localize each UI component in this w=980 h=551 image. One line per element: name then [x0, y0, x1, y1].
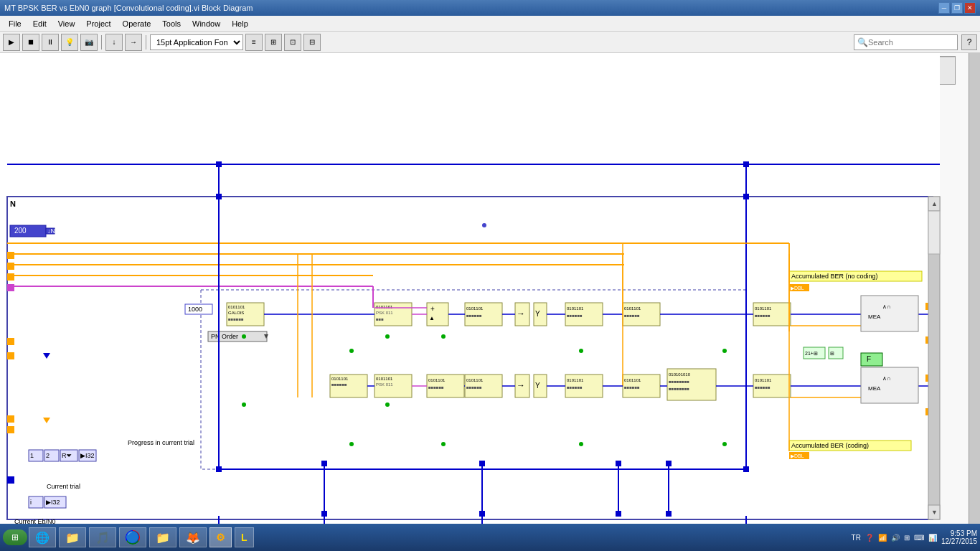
svg-text:0101101: 0101101: [624, 378, 641, 382]
toolbar-pause[interactable]: ⏸: [42, 34, 59, 51]
svg-text:0101101: 0101101: [567, 306, 584, 311]
menu-view[interactable]: View: [52, 18, 81, 29]
toolbar-bulb[interactable]: 💡: [61, 34, 78, 51]
taskbar-right: TR ❓ 📶 🔊 ⊞ ⌨ 📊 9:53 PM 12/27/2015: [852, 529, 977, 545]
svg-rect-130: [216, 466, 222, 472]
labview-icon: ⚙: [216, 532, 225, 543]
signal-icon: 📊: [928, 534, 937, 542]
toolbar-stop[interactable]: ⏹: [22, 34, 39, 51]
taskbar-explorer[interactable]: 📁: [149, 527, 176, 547]
svg-rect-132: [321, 461, 327, 466]
title-text: MT BPSK BER vs EbN0 graph [Convolutional…: [4, 4, 253, 12]
svg-text:■■■■■■: ■■■■■■: [624, 385, 640, 390]
taskbar: ⊞ 🌐 📁 🎵 🔵 📁 🦊 ⚙ L TR ❓ 📶 🔊 ⊞ ⌨ 📊 9:53 PM…: [0, 524, 980, 551]
svg-rect-148: [7, 338, 14, 345]
svg-point-107: [482, 223, 486, 227]
svg-text:Accumulated BER (no coding): Accumulated BER (no coding): [791, 273, 878, 280]
menu-project[interactable]: Project: [80, 18, 116, 29]
svg-point-112: [722, 442, 727, 446]
menu-help[interactable]: Help: [226, 18, 254, 29]
svg-text:i: i: [30, 499, 32, 506]
svg-rect-128: [216, 194, 222, 199]
svg-point-115: [385, 402, 390, 407]
svg-text:21+⊞: 21+⊞: [805, 351, 818, 356]
start-icon: ⊞: [11, 532, 19, 542]
svg-text:PSK 011: PSK 011: [376, 311, 393, 315]
menu-window[interactable]: Window: [187, 18, 226, 29]
svg-point-103: [242, 334, 246, 339]
svg-text:▶I32: ▶I32: [80, 452, 95, 459]
taskbar-ie[interactable]: 🌐: [29, 527, 56, 547]
toolbar-resize[interactable]: ⊡: [284, 34, 301, 51]
diagram-canvas[interactable]: BER VS EbN0 [BPSK] N: [0, 53, 969, 524]
restore-button[interactable]: ❐: [951, 2, 963, 14]
font-selector[interactable]: 15pt Application Font: [150, 34, 243, 50]
windows-icon: ⊞: [904, 534, 910, 542]
svg-text:0101101: 0101101: [466, 306, 484, 311]
svg-text:Y: Y: [535, 310, 540, 318]
svg-text:2: 2: [46, 452, 50, 459]
svg-text:↓N: ↓N: [47, 227, 55, 235]
toolbar: ▶ ⏹ ⏸ 💡 📷 ↓ → 15pt Application Font ≡ ⊞ …: [0, 32, 980, 53]
svg-rect-150: [7, 415, 14, 423]
taskbar-labview[interactable]: ⚙: [209, 527, 232, 547]
toolbar-step-into[interactable]: ↓: [105, 34, 123, 51]
svg-text:200: 200: [14, 227, 27, 235]
toolbar-distribute[interactable]: ⊞: [265, 34, 282, 51]
svg-text:0101101: 0101101: [755, 378, 772, 382]
vertical-scrollbar[interactable]: [969, 53, 980, 524]
taskbar-media[interactable]: 🎵: [89, 527, 116, 547]
svg-text:■■■■■■: ■■■■■■: [755, 385, 771, 390]
media-icon: 🎵: [95, 531, 110, 545]
menu-edit[interactable]: Edit: [27, 18, 52, 29]
svg-rect-149: [7, 352, 14, 359]
toolbar-align[interactable]: ≡: [245, 34, 263, 51]
svg-rect-146: [7, 273, 14, 281]
clock[interactable]: 9:53 PM 12/27/2015: [941, 529, 977, 545]
toolbar-camera[interactable]: 📷: [80, 34, 98, 51]
chrome-icon: 🔵: [126, 530, 140, 545]
svg-text:∧∩: ∧∩: [882, 375, 891, 382]
menu-bar: File Edit View Project Operate Tools Win…: [0, 16, 980, 32]
search-input[interactable]: [868, 38, 954, 47]
svg-text:F: F: [867, 355, 871, 363]
toolbar-sep1: [101, 35, 102, 50]
svg-text:0101101: 0101101: [376, 377, 393, 381]
minimize-button[interactable]: ─: [938, 2, 950, 14]
svg-text:■■■■■■■■: ■■■■■■■■: [669, 380, 689, 384]
taskbar-folder[interactable]: 📁: [59, 527, 86, 547]
help-icon[interactable]: ❓: [865, 534, 874, 542]
svg-text:Current trial: Current trial: [47, 483, 80, 490]
svg-text:▲: ▲: [931, 200, 938, 207]
svg-text:+: +: [430, 305, 435, 313]
svg-rect-152: [7, 476, 14, 484]
toolbar-reorder[interactable]: ⊟: [303, 34, 321, 51]
taskbar-chrome[interactable]: 🔵: [119, 527, 146, 547]
menu-tools[interactable]: Tools: [156, 18, 187, 29]
svg-point-110: [441, 442, 446, 446]
svg-rect-144: [7, 252, 14, 259]
main-area: BER VS EbN0 [BPSK] N: [0, 53, 980, 524]
menu-operate[interactable]: Operate: [117, 18, 157, 29]
toolbar-step-over[interactable]: →: [125, 34, 142, 51]
svg-point-111: [579, 349, 583, 353]
svg-rect-190: [861, 353, 882, 366]
svg-rect-201: [928, 211, 940, 254]
taskbar-firefox[interactable]: 🦊: [179, 527, 207, 547]
svg-point-108: [579, 442, 583, 446]
svg-text:■■■■■■: ■■■■■■: [567, 385, 583, 390]
help-button[interactable]: ?: [961, 34, 977, 50]
svg-text:▶DBL: ▶DBL: [791, 286, 804, 291]
toolbar-run[interactable]: ▶: [3, 34, 20, 51]
svg-text:■■■■■■: ■■■■■■: [228, 317, 244, 321]
firefox-icon: 🦊: [186, 531, 200, 545]
taskbar-l[interactable]: L: [235, 527, 254, 547]
volume-icon[interactable]: 🔊: [891, 534, 900, 542]
time: 9:53 PM: [941, 529, 977, 537]
close-button[interactable]: ✕: [964, 2, 976, 14]
start-button[interactable]: ⊞: [3, 529, 27, 545]
svg-text:0101101: 0101101: [428, 378, 446, 382]
svg-text:Y: Y: [535, 382, 540, 390]
menu-file[interactable]: File: [3, 18, 27, 29]
svg-point-114: [242, 402, 246, 407]
